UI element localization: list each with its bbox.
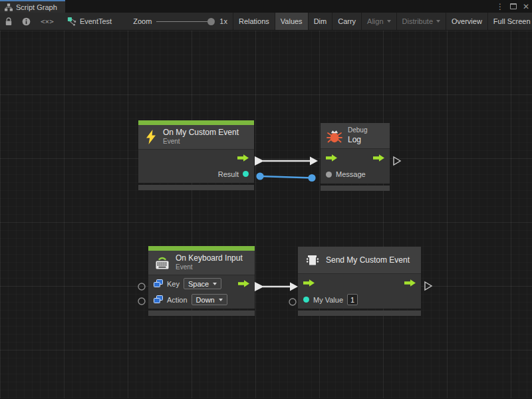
exec-output-port[interactable] xyxy=(404,279,416,287)
carry-toggle[interactable]: Carry xyxy=(332,13,361,30)
exec-input-port[interactable] xyxy=(326,154,337,162)
window-menu-icon[interactable]: ⋮ xyxy=(496,3,504,11)
relations-toggle[interactable]: Relations xyxy=(233,13,275,30)
action-port-handle[interactable] xyxy=(138,298,145,305)
values-toggle[interactable]: Values xyxy=(275,13,308,30)
lock-button[interactable] xyxy=(0,13,17,30)
close-icon[interactable]: ✕ xyxy=(523,3,529,11)
exec-row xyxy=(321,150,390,166)
key-dropdown[interactable]: Space xyxy=(184,278,221,289)
zoom-label: Zoom xyxy=(133,17,152,25)
node-footer xyxy=(138,185,254,190)
event-color-bar xyxy=(138,120,254,125)
node-on-my-custom-event[interactable]: On My Custom Event Event Result xyxy=(138,120,254,190)
node-category: Debug xyxy=(348,126,367,135)
exec-connection-event-to-log[interactable] xyxy=(255,156,318,166)
value-connection-result-to-message[interactable] xyxy=(256,172,315,182)
zoom-slider[interactable] xyxy=(156,17,215,26)
exec-row xyxy=(298,275,421,291)
window-controls: ⋮ ✕ xyxy=(496,0,529,13)
my-value-input-row: My Value 1 xyxy=(298,291,421,308)
distribute-dropdown[interactable]: Distribute xyxy=(397,13,446,30)
exec-hint-triangle xyxy=(394,157,400,165)
script-graph-window: Script Graph ⋮ ✕ <×> xyxy=(0,0,532,399)
key-input-row: Key Space xyxy=(148,276,255,292)
info-button[interactable] xyxy=(17,13,35,30)
align-label: Align xyxy=(367,17,383,25)
key-port-handle[interactable] xyxy=(138,283,145,290)
exec-output-port[interactable] xyxy=(237,154,249,162)
action-dropdown-value: Down xyxy=(196,296,215,304)
toolbar-right-group: Relations Values Dim Carry Align Distrib… xyxy=(233,13,532,30)
node-footer xyxy=(321,186,390,191)
overview-button[interactable]: Overview xyxy=(446,13,487,30)
exec-output-row xyxy=(138,150,254,166)
action-port-label: Action xyxy=(167,296,188,304)
zoom-value: 1x xyxy=(219,17,227,25)
result-port-label: Result xyxy=(218,170,239,178)
key-dropdown-value: Space xyxy=(188,280,209,288)
node-footer xyxy=(148,311,255,316)
node-body: My Value 1 xyxy=(298,273,421,309)
node-subtitle: Event xyxy=(163,138,239,146)
node-on-keyboard-input[interactable]: On Keyboard Input Event Key Space xyxy=(148,246,255,316)
node-title: On My Custom Event xyxy=(163,128,239,138)
custom-event-icon xyxy=(305,252,321,268)
key-port-label: Key xyxy=(167,280,180,288)
align-dropdown[interactable]: Align xyxy=(362,13,396,30)
message-input-row: Message xyxy=(321,166,390,183)
node-header[interactable]: On My Custom Event Event xyxy=(138,125,254,149)
action-input-row: Action Down xyxy=(148,292,255,308)
node-header[interactable]: Send My Custom Event xyxy=(298,247,421,273)
node-title: Send My Custom Event xyxy=(326,255,410,265)
zoom-slider-track xyxy=(156,21,212,23)
message-port-label: Message xyxy=(336,170,366,178)
action-dropdown[interactable]: Down xyxy=(192,294,227,305)
my-value-port-handle[interactable] xyxy=(289,299,296,305)
node-title: On Keyboard Input xyxy=(176,253,243,263)
my-value-field[interactable]: 1 xyxy=(347,294,358,305)
zoom-control: Zoom 1x xyxy=(118,13,233,30)
node-body: Result xyxy=(138,149,254,183)
breadcrumb[interactable]: EventTest xyxy=(59,13,118,30)
result-output-port[interactable] xyxy=(243,171,249,177)
dim-toggle[interactable]: Dim xyxy=(309,13,332,30)
tab-script-graph[interactable]: Script Graph xyxy=(0,0,65,13)
node-header[interactable]: Debug Log xyxy=(321,123,390,148)
node-header[interactable]: On Keyboard Input Event xyxy=(148,251,255,275)
node-footer xyxy=(298,311,421,316)
graph-canvas[interactable]: On My Custom Event Event Result xyxy=(0,31,532,398)
node-send-my-custom-event[interactable]: Send My Custom Event My Value 1 xyxy=(298,247,421,316)
chevron-down-icon xyxy=(387,20,391,23)
node-title: Log xyxy=(348,135,367,145)
graph-hierarchy-icon xyxy=(5,3,13,11)
message-input-port[interactable] xyxy=(326,172,332,178)
exec-connection-keyboard-to-send[interactable] xyxy=(255,282,298,291)
event-color-bar xyxy=(148,246,255,251)
enum-type-icon xyxy=(154,295,163,304)
bug-icon xyxy=(327,128,342,144)
chevron-down-icon xyxy=(213,283,217,285)
my-value-input-port[interactable] xyxy=(303,297,309,303)
keyboard-icon xyxy=(154,255,170,271)
node-debug-log[interactable]: Debug Log Message xyxy=(321,123,390,191)
node-subtitle: Event xyxy=(176,263,243,272)
my-value-port-label: My Value xyxy=(313,296,343,304)
fullscreen-button[interactable]: Full Screen xyxy=(488,13,532,30)
result-output-row: Result xyxy=(138,166,254,182)
graph-toolbar: <×> EventTest Zoom 1x Relations Values xyxy=(0,13,532,31)
exec-output-port[interactable] xyxy=(238,280,249,287)
code-view-button[interactable]: <×> xyxy=(35,13,59,30)
exec-input-port[interactable] xyxy=(303,279,315,287)
chevron-down-icon xyxy=(436,20,440,23)
lock-icon xyxy=(5,17,13,26)
lightning-bolt-icon xyxy=(144,129,158,145)
exec-output-port[interactable] xyxy=(373,154,384,162)
node-body: Message xyxy=(321,148,390,184)
info-icon xyxy=(22,17,31,26)
zoom-slider-handle[interactable] xyxy=(207,18,215,25)
graph-asset-icon xyxy=(67,17,76,26)
chevron-down-icon xyxy=(219,299,223,301)
maximize-icon[interactable] xyxy=(510,3,517,9)
exec-hint-triangle xyxy=(425,282,432,290)
